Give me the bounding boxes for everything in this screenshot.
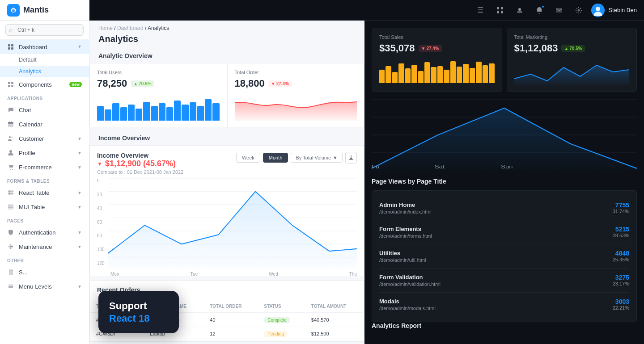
sidebar-item-customer[interactable]: Customer ▼ bbox=[0, 131, 89, 146]
messages-button[interactable] bbox=[552, 3, 566, 17]
svg-text:Sat: Sat bbox=[435, 164, 445, 169]
sidebar-item-calendar[interactable]: Calendar bbox=[0, 117, 89, 131]
bar bbox=[151, 106, 158, 121]
stat-card-order: Total Order 18,800 ▼ 27.4% bbox=[227, 63, 365, 127]
logo-area: Mantis bbox=[0, 0, 89, 21]
pv-url-5: /demo/admin/modals.html bbox=[379, 306, 436, 311]
svg-point-16 bbox=[12, 169, 13, 170]
settings-button[interactable] bbox=[572, 3, 586, 17]
sidebar-sub-analytics[interactable]: Analytics bbox=[0, 66, 89, 77]
notification-badge bbox=[541, 5, 545, 8]
pv-url-1: /demo/admin/index.html bbox=[379, 209, 432, 214]
svg-point-7 bbox=[11, 85, 13, 87]
hamburger-button[interactable]: ☰ bbox=[473, 3, 487, 17]
col-status: STATUS bbox=[258, 300, 305, 313]
month-button[interactable]: Month bbox=[263, 153, 288, 163]
sidebar-search-area bbox=[0, 21, 89, 40]
pv-pct-3: 25.35% bbox=[613, 257, 629, 262]
sidebar-item-sample[interactable]: S... bbox=[0, 265, 89, 279]
gold-bar bbox=[424, 62, 430, 83]
chat-icon bbox=[7, 106, 14, 113]
download-button[interactable] bbox=[345, 152, 357, 164]
breadcrumb: Home / Dashboard / Analytics bbox=[89, 21, 364, 33]
sidebar-item-ecommerce[interactable]: E-commerce ▼ bbox=[0, 160, 89, 174]
volume-chevron: ▼ bbox=[333, 155, 338, 160]
user-name: Stebin Ben bbox=[608, 7, 637, 13]
svg-rect-2 bbox=[8, 47, 10, 50]
svg-rect-31 bbox=[497, 11, 499, 13]
calendar-icon bbox=[7, 121, 14, 128]
pv-count-2: 5215 bbox=[613, 226, 629, 233]
gold-bar bbox=[386, 66, 391, 84]
section-other: Other bbox=[0, 254, 89, 265]
week-button[interactable]: Week bbox=[236, 153, 260, 163]
income-overview-header: Income Overview bbox=[89, 131, 364, 145]
sidebar-item-profile[interactable]: Profile ▼ bbox=[0, 146, 89, 160]
search-input[interactable] bbox=[5, 24, 84, 36]
svg-rect-30 bbox=[501, 7, 503, 9]
volume-select[interactable]: By Total Volume ▼ bbox=[291, 153, 343, 163]
svg-rect-5 bbox=[11, 82, 13, 84]
svg-point-25 bbox=[10, 246, 12, 248]
sidebar-item-maintenance[interactable]: Maintenance ▼ bbox=[0, 239, 89, 254]
sidebar-item-dashboard[interactable]: Dashboard ▲ bbox=[0, 40, 89, 54]
users-value: 78,250 bbox=[97, 78, 127, 89]
order-badge-value: 27.4% bbox=[276, 81, 289, 86]
notification-button[interactable] bbox=[532, 3, 547, 17]
sidebar-item-chat[interactable]: Chat bbox=[0, 103, 89, 117]
users-label: Total Users bbox=[97, 70, 220, 75]
sidebar-sub-default[interactable]: Default bbox=[0, 54, 89, 66]
marketing-chart bbox=[514, 59, 630, 85]
page-views-title: Page Views by Page Title bbox=[372, 178, 637, 185]
gold-bar bbox=[483, 65, 488, 83]
bar bbox=[212, 103, 219, 121]
gold-bar bbox=[398, 63, 404, 83]
sidebar-item-authentication[interactable]: Authentication ▼ bbox=[0, 225, 89, 239]
download-icon bbox=[348, 155, 354, 160]
breadcrumb-dashboard[interactable]: Dashboard bbox=[117, 25, 144, 31]
sidebar-item-mui-table[interactable]: MUI Table ▼ bbox=[0, 200, 89, 214]
customer-icon bbox=[7, 135, 14, 142]
mui-table-chevron: ▼ bbox=[77, 205, 82, 210]
gold-bar bbox=[444, 70, 449, 83]
user-menu[interactable]: Stebin Ben bbox=[591, 4, 637, 17]
page-title: Analytics bbox=[89, 33, 364, 49]
pv-title-2: Form Elements bbox=[379, 226, 432, 232]
profile-label: Profile bbox=[19, 150, 35, 156]
col-total: TOTAL ORDER bbox=[204, 300, 258, 313]
components-icon bbox=[7, 81, 14, 88]
page-view-modals: Modals /demo/admin/modals.html 3003 22.2… bbox=[379, 293, 629, 316]
sales-label: Total Sales bbox=[379, 34, 495, 40]
sidebar-item-components[interactable]: Components new bbox=[0, 77, 89, 92]
stat-card-sales: Total Sales $35,078 ▼ 27.4% bbox=[372, 28, 502, 92]
order-badge: ▼ 27.4% bbox=[268, 80, 292, 87]
breadcrumb-home[interactable]: Home bbox=[98, 25, 113, 31]
auth-chevron: ▼ bbox=[77, 230, 82, 235]
volume-label: By Total Volume bbox=[296, 155, 331, 160]
analytics-report-title: Analytics Report bbox=[372, 322, 637, 329]
apps-button[interactable] bbox=[493, 3, 507, 17]
sidebar-item-react-table[interactable]: React Table ▼ bbox=[0, 185, 89, 200]
pv-title-3: Utilities bbox=[379, 250, 426, 256]
svg-rect-0 bbox=[8, 44, 10, 46]
bar bbox=[120, 107, 127, 121]
react-table-label: React Table bbox=[19, 189, 49, 196]
gold-bar bbox=[418, 71, 424, 84]
dark-stats-row: Total Sales $35,078 ▼ 27.4% bbox=[372, 28, 637, 92]
svg-rect-32 bbox=[501, 11, 503, 13]
gold-bar bbox=[489, 63, 494, 83]
bar bbox=[105, 109, 111, 121]
col-amount: TOTAL AMOUNT bbox=[306, 300, 363, 313]
pv-url-3: /demo/admin/util.html bbox=[379, 257, 426, 263]
x-axis-labels: Mon Tue Wed Thu bbox=[110, 272, 357, 277]
react-table-chevron: ▼ bbox=[77, 190, 82, 195]
users-badge: ▲ 70.5% bbox=[131, 80, 154, 87]
chat-label: Chat bbox=[19, 107, 31, 113]
sidebar-item-menu-levels[interactable]: Menu Levels ▼ bbox=[0, 279, 89, 294]
marketing-badge: ▲ 70.5% bbox=[561, 45, 585, 52]
svg-rect-4 bbox=[8, 82, 10, 84]
income-info: Income Overview ▼ $1,12,900 (45.67%) Com… bbox=[97, 152, 183, 175]
profile-switch-button[interactable] bbox=[513, 3, 527, 17]
gold-bar bbox=[450, 61, 456, 84]
bar bbox=[159, 103, 165, 121]
